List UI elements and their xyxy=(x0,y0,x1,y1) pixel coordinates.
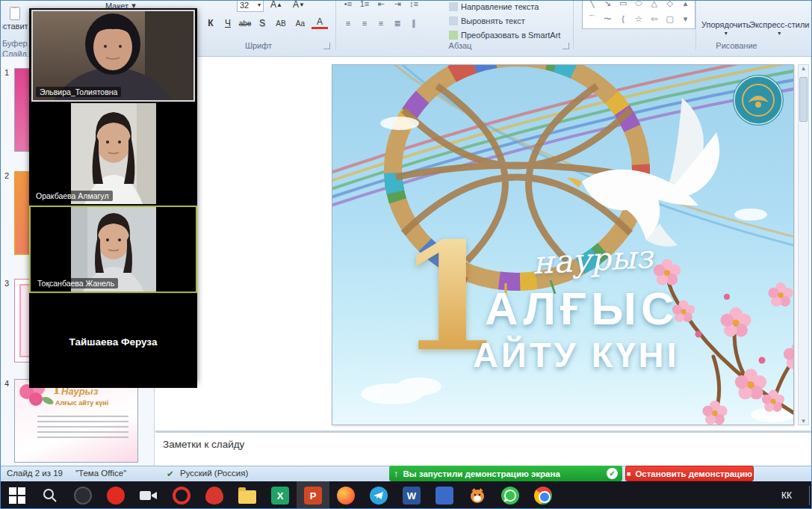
shape-curve-icon[interactable]: ⌒ xyxy=(588,13,596,25)
powerpoint-app-button[interactable]: P xyxy=(297,481,329,509)
align-text-icon xyxy=(449,16,458,25)
slide-thumbnail-4[interactable]: 1 Наурыз Алғыс айту күні xyxy=(14,379,138,463)
decrease-indent-button[interactable]: ⇤ xyxy=(374,1,388,10)
chrome-app-button[interactable] xyxy=(527,481,560,509)
spellcheck-icon[interactable]: ✔ xyxy=(167,469,174,479)
chevron-down-icon: ▾ xyxy=(725,30,728,37)
thumb4-body-text-placeholder xyxy=(37,416,128,441)
text-shadow-button[interactable]: S xyxy=(254,16,270,31)
paste-button[interactable]: Вставить xyxy=(2,7,28,38)
font-size-input[interactable]: 32▾ xyxy=(237,1,264,12)
shape-arrow-icon[interactable]: ↘ xyxy=(604,1,611,8)
shrink-font-button[interactable]: А▼ xyxy=(291,1,307,12)
telegram-app-button[interactable] xyxy=(362,481,395,509)
show-desktop-button[interactable] xyxy=(809,486,810,505)
firefox-app-button[interactable] xyxy=(329,481,362,509)
shape-line-icon[interactable]: ╲ xyxy=(589,1,595,8)
char-spacing-button[interactable]: АВ xyxy=(273,16,289,31)
shape-bracket-icon[interactable]: { xyxy=(622,14,625,23)
align-text-button[interactable]: Выровнять текст xyxy=(449,16,525,25)
slide-script-word: наурыз xyxy=(532,238,654,281)
chevron-down-icon: ▾ xyxy=(778,30,781,37)
notes-placeholder: Заметки к слайду xyxy=(155,433,811,450)
shape-freeform-icon[interactable]: 〜 xyxy=(604,13,612,25)
obs-app-button[interactable] xyxy=(66,481,99,509)
video-tile-3[interactable]: Тоқсанбаева Жанель xyxy=(29,206,197,293)
start-button[interactable] xyxy=(1,481,34,509)
stop-share-button[interactable]: ■ Остановить демонстрацию xyxy=(625,466,754,481)
font-group-label: Шрифт xyxy=(225,41,292,50)
text-direction-button[interactable]: Направление текста xyxy=(449,2,539,11)
shield-check-icon: ✓ xyxy=(607,468,618,479)
shape-star-icon[interactable]: ☆ xyxy=(635,14,642,24)
shapes-gallery[interactable]: ╲ ↘ ▭ ⬭ △ ◇ ▴ ⌒ 〜 { ☆ ⇦ ▢ ▾ xyxy=(582,1,695,29)
language-indicator[interactable]: КК xyxy=(781,490,811,501)
thumbnail-number: 1 xyxy=(4,68,9,77)
slide-editor: 1 наурыз АЛҒЫС АЙТУ КҮНІ ▲ ▼ xyxy=(155,57,811,466)
change-case-button[interactable]: Аа xyxy=(292,16,309,31)
numbering-button[interactable]: 1≡ xyxy=(357,1,372,10)
align-center-button[interactable]: ≡ xyxy=(357,17,372,29)
font-dialog-launcher-icon[interactable] xyxy=(323,43,330,49)
scroll-up-icon[interactable]: ▲ xyxy=(801,65,807,72)
strikethrough-button[interactable]: abe xyxy=(237,16,253,31)
font-color-button[interactable]: А xyxy=(312,16,328,29)
word-app-button[interactable]: W xyxy=(395,481,428,509)
shape-block-arrow-icon[interactable]: ⇦ xyxy=(651,14,657,24)
shape-callout-icon[interactable]: ▢ xyxy=(666,14,674,24)
share-up-arrow-icon: ↑ xyxy=(394,468,399,479)
video-tile-4[interactable]: Тайшаева Феруза xyxy=(29,294,197,388)
justify-button[interactable]: ≣ xyxy=(390,17,405,29)
convert-smartart-button[interactable]: Преобразовать в SmartArt xyxy=(449,31,560,40)
bold-button[interactable]: К xyxy=(202,16,219,31)
record-app-button[interactable] xyxy=(99,481,132,509)
align-left-button[interactable]: ≡ xyxy=(341,17,356,29)
participant-name: Эльвира_Толиятовна xyxy=(36,87,121,97)
clipboard-icon xyxy=(10,7,20,20)
grow-font-button[interactable]: А▲ xyxy=(268,1,285,12)
theme-name: "Тема Office" xyxy=(75,469,126,478)
stop-icon: ■ xyxy=(627,470,630,478)
scrollbar-thumb[interactable] xyxy=(799,77,808,122)
columns-button[interactable]: ∥ xyxy=(406,17,421,29)
camera-app-button[interactable] xyxy=(132,481,165,509)
shape-rect-icon[interactable]: ▭ xyxy=(619,1,627,8)
slides-tab-label[interactable]: Слайд xyxy=(2,49,27,57)
shapes-scroll-up-icon[interactable]: ▴ xyxy=(684,1,688,8)
powerpoint-window: Вставить Буфер Слайд Макет▾ 32▾ А▲ А▼ К … xyxy=(0,0,812,509)
notes-area[interactable]: Заметки к слайду xyxy=(155,431,811,466)
opera-gx-icon xyxy=(205,487,223,505)
shape-triangle-icon[interactable]: △ xyxy=(651,1,657,8)
whatsapp-app-button[interactable] xyxy=(494,481,527,509)
search-button[interactable] xyxy=(34,481,66,509)
line-spacing-button[interactable]: ↕≡ xyxy=(406,1,421,10)
paragraph-dialog-launcher-icon[interactable] xyxy=(562,43,569,49)
file-explorer-button[interactable] xyxy=(231,481,264,509)
tiger-app-button[interactable] xyxy=(461,481,494,509)
participant-name: Тоқсанбаева Жанель xyxy=(34,278,118,289)
video-tile-1[interactable]: Эльвира_Толиятовна xyxy=(31,10,195,102)
scroll-down-icon[interactable]: ▼ xyxy=(801,418,807,425)
smartart-icon xyxy=(449,31,458,40)
shape-diamond-icon[interactable]: ◇ xyxy=(666,1,672,8)
shapes-scroll-down-icon[interactable]: ▾ xyxy=(684,14,688,24)
slide-canvas[interactable]: 1 наурыз АЛҒЫС АЙТУ КҮНІ xyxy=(332,64,794,425)
thumbnail-number: 2 xyxy=(4,171,9,180)
emblem-logo xyxy=(733,75,784,126)
excel-app-button[interactable]: X xyxy=(264,481,297,509)
quick-styles-button[interactable]: Экспресс-стили▾ xyxy=(749,20,809,37)
opera-gx-app-button[interactable] xyxy=(198,481,231,509)
shape-oval-icon[interactable]: ⬭ xyxy=(635,1,642,8)
bullets-button[interactable]: •≡ xyxy=(341,1,356,10)
opera-app-button[interactable] xyxy=(165,481,198,509)
zoom-participants-panel[interactable]: Эльвира_Толиятовна Оракбаева Алмагул xyxy=(29,8,197,382)
increase-indent-button[interactable]: ⇥ xyxy=(390,1,405,10)
align-right-button[interactable]: ≡ xyxy=(374,17,388,29)
vertical-scrollbar[interactable]: ▲ ▼ xyxy=(798,64,809,425)
underline-button[interactable]: Ч xyxy=(220,16,236,31)
arrange-button[interactable]: Упорядочить▾ xyxy=(701,20,750,37)
thumbnail-number: 4 xyxy=(4,379,9,388)
video-tile-2[interactable]: Оракбаева Алмагул xyxy=(29,103,197,204)
blue-app-button[interactable] xyxy=(428,481,461,509)
language-status[interactable]: Русский (Россия) xyxy=(180,469,248,478)
